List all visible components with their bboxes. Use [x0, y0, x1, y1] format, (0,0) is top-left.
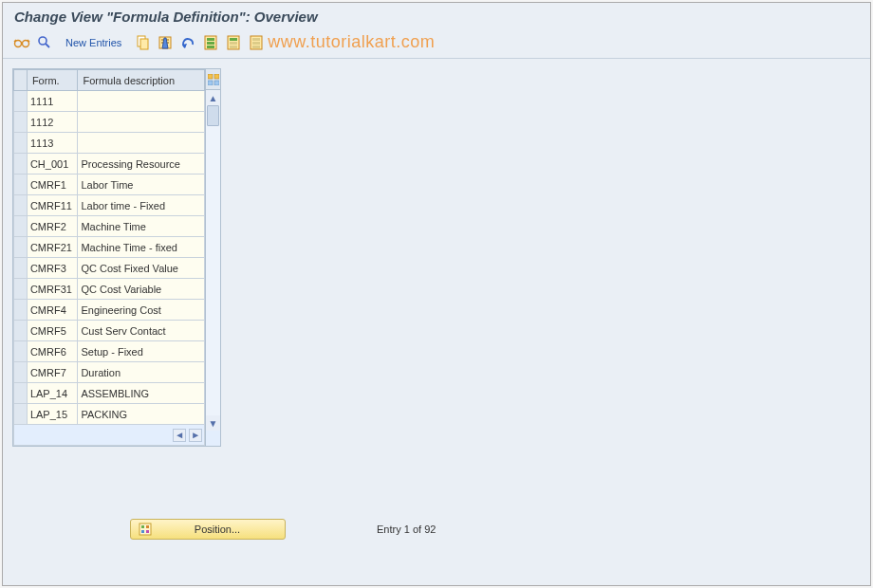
row-selector[interactable]: [14, 321, 28, 341]
form-key-input[interactable]: [28, 321, 78, 340]
form-description-input[interactable]: [78, 133, 204, 153]
form-key-input[interactable]: [28, 404, 78, 424]
deselect-all-icon[interactable]: [247, 33, 266, 52]
form-key-input[interactable]: [28, 112, 78, 132]
form-description-input[interactable]: [78, 91, 204, 111]
table-row: [14, 195, 205, 216]
svg-rect-26: [141, 525, 144, 528]
svg-rect-22: [214, 74, 219, 79]
svg-rect-16: [230, 46, 237, 48]
position-button[interactable]: Position...: [130, 519, 286, 540]
row-marker-header[interactable]: [14, 70, 28, 91]
form-description-input[interactable]: [78, 321, 204, 340]
form-description-input[interactable]: [78, 341, 204, 361]
form-key-input[interactable]: [28, 300, 78, 320]
svg-rect-18: [252, 38, 260, 41]
row-selector[interactable]: [14, 300, 28, 321]
svg-rect-19: [252, 42, 260, 45]
horizontal-scrollbar[interactable]: ◄ ►: [14, 425, 205, 446]
form-key-input[interactable]: [28, 133, 78, 153]
table-row: [14, 237, 205, 258]
row-selector[interactable]: [14, 237, 28, 258]
form-description-input[interactable]: [78, 362, 204, 382]
form-key-input[interactable]: [28, 91, 78, 111]
svg-rect-25: [139, 524, 151, 535]
table-row: [14, 321, 205, 341]
column-header-form[interactable]: Form.: [27, 70, 78, 91]
form-key-input[interactable]: [28, 341, 78, 361]
table-row: [14, 112, 205, 133]
find-icon[interactable]: [35, 33, 54, 52]
form-description-input[interactable]: [78, 300, 204, 320]
form-description-input[interactable]: [78, 383, 204, 403]
watermark-text: www.tutorialkart.com: [268, 32, 435, 52]
scroll-right-icon[interactable]: ►: [189, 429, 202, 442]
row-selector[interactable]: [14, 133, 28, 154]
delete-icon[interactable]: [156, 33, 175, 52]
select-all-icon[interactable]: [201, 33, 220, 52]
copy-as-icon[interactable]: [133, 33, 152, 52]
glasses-icon[interactable]: [12, 33, 31, 52]
scroll-track[interactable]: [206, 105, 220, 415]
form-description-input[interactable]: [78, 175, 204, 194]
table-row: [14, 362, 205, 383]
row-selector[interactable]: [14, 175, 28, 195]
row-selector[interactable]: [14, 362, 28, 383]
vertical-scrollbar[interactable]: ▲ ▼: [205, 69, 220, 446]
row-selector[interactable]: [14, 154, 28, 175]
svg-rect-10: [207, 38, 214, 41]
table-row: [14, 279, 205, 300]
row-selector[interactable]: [14, 216, 28, 237]
row-selector[interactable]: [14, 341, 28, 362]
svg-rect-28: [141, 530, 144, 533]
row-selector[interactable]: [14, 404, 28, 425]
page-title: Change View "Formula Definition": Overvi…: [3, 3, 870, 28]
table-row: [14, 258, 205, 279]
svg-rect-23: [208, 81, 213, 85]
svg-rect-20: [252, 46, 260, 48]
row-selector[interactable]: [14, 91, 28, 112]
scroll-down-icon[interactable]: ▼: [206, 415, 220, 431]
form-description-input[interactable]: [78, 258, 204, 278]
table-row: [14, 404, 205, 425]
form-key-input[interactable]: [28, 258, 78, 278]
scroll-up-icon[interactable]: ▲: [206, 90, 220, 105]
row-selector[interactable]: [14, 195, 28, 216]
scroll-thumb[interactable]: [207, 105, 219, 126]
form-key-input[interactable]: [28, 175, 78, 194]
form-description-input[interactable]: [78, 404, 204, 424]
form-key-input[interactable]: [28, 154, 78, 174]
svg-point-0: [15, 40, 22, 46]
select-block-icon[interactable]: [224, 33, 243, 52]
form-description-input[interactable]: [78, 279, 204, 299]
entry-status: Entry 1 of 92: [377, 524, 436, 535]
svg-rect-27: [146, 525, 149, 528]
column-header-description[interactable]: Formula description: [78, 70, 205, 91]
table-row: [14, 91, 205, 112]
table-row: [14, 154, 205, 175]
form-key-input[interactable]: [28, 216, 78, 236]
app-window: Change View "Formula Definition": Overvi…: [2, 2, 871, 586]
form-description-input[interactable]: [78, 237, 204, 257]
row-selector[interactable]: [14, 383, 28, 404]
new-entries-button[interactable]: New Entries: [58, 35, 129, 50]
form-key-input[interactable]: [28, 237, 78, 257]
form-key-input[interactable]: [28, 279, 78, 299]
form-key-input[interactable]: [28, 383, 78, 403]
form-key-input[interactable]: [28, 362, 78, 382]
form-description-input[interactable]: [78, 154, 204, 174]
form-key-input[interactable]: [28, 195, 78, 215]
form-description-input[interactable]: [78, 112, 204, 132]
row-selector[interactable]: [14, 112, 28, 133]
svg-rect-5: [140, 39, 148, 49]
row-selector[interactable]: [14, 279, 28, 300]
undo-icon[interactable]: [178, 33, 197, 52]
svg-rect-29: [146, 530, 149, 533]
svg-rect-24: [214, 81, 219, 85]
form-description-input[interactable]: [78, 195, 204, 215]
row-selector[interactable]: [14, 258, 28, 279]
formula-table: Form. Formula description ◄ ►: [13, 69, 205, 446]
scroll-left-icon[interactable]: ◄: [173, 429, 186, 442]
form-description-input[interactable]: [78, 216, 204, 236]
configure-columns-icon[interactable]: [206, 69, 220, 90]
